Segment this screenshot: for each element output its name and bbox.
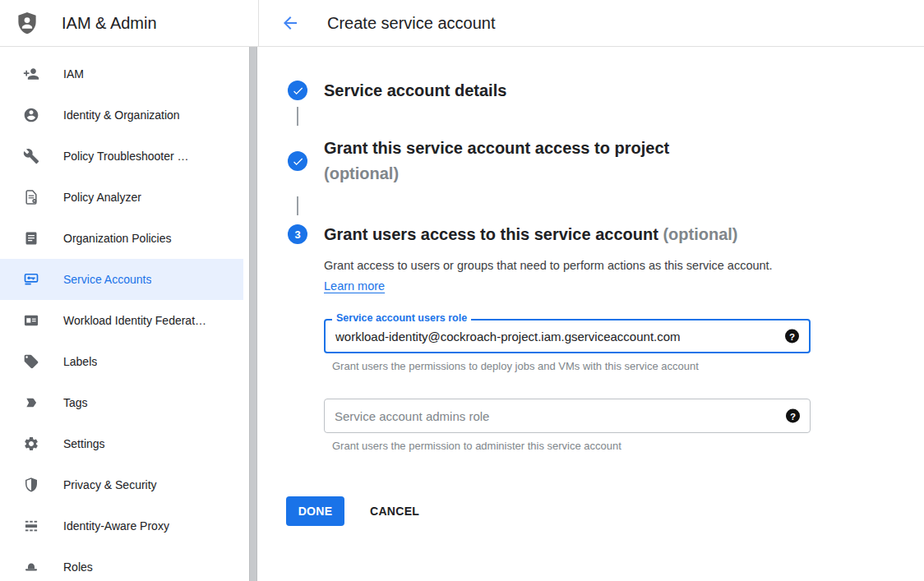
sidebar-item-label: Settings xyxy=(63,437,105,450)
step3-number-badge: 3 xyxy=(288,224,307,244)
step3-description: Grant access to users or groups that nee… xyxy=(324,256,781,297)
learn-more-link[interactable]: Learn more xyxy=(324,279,385,293)
sidebar-item-label: Roles xyxy=(63,560,93,574)
step2-title-text: Grant this service account access to pro… xyxy=(324,136,669,161)
step2-complete-badge xyxy=(288,151,307,171)
service-account-icon xyxy=(23,271,39,288)
person-add-icon xyxy=(23,66,39,82)
gcp-console-window: IAM & Admin Create service account IAM I… xyxy=(0,0,924,581)
service-account-users-role-field: Service account users role ? xyxy=(324,319,811,353)
label-tag-icon xyxy=(23,353,39,370)
identity-person-icon xyxy=(23,107,39,123)
create-service-account-form: Service account details Grant this servi… xyxy=(259,47,924,581)
hat-icon xyxy=(23,559,39,575)
page-title: Create service account xyxy=(327,14,496,33)
step-connector xyxy=(297,196,298,215)
sidebar-item-organization-policies[interactable]: Organization Policies xyxy=(0,218,243,259)
sidebar-item-label: Service Accounts xyxy=(63,273,151,286)
iam-shield-icon xyxy=(15,11,39,35)
sidebar-item-policy-analyzer[interactable]: Policy Analyzer xyxy=(0,177,243,218)
help-icon[interactable]: ? xyxy=(786,409,800,423)
step2-optional-label: (optional) xyxy=(324,161,669,187)
sidebar-item-workload-identity-federat[interactable]: Workload Identity Federat… xyxy=(0,300,243,341)
gear-icon xyxy=(23,436,39,452)
top-bar: IAM & Admin Create service account xyxy=(0,0,924,47)
app-title: IAM & Admin xyxy=(62,14,157,33)
sidebar-item-policy-troubleshooter[interactable]: Policy Troubleshooter … xyxy=(0,136,243,177)
step1-complete-badge xyxy=(288,81,307,100)
sidebar-item-label: Identity & Organization xyxy=(63,108,180,122)
sidebar-item-label: Organization Policies xyxy=(63,232,172,245)
step1-title: Service account details xyxy=(324,79,506,102)
step-connector xyxy=(297,107,298,126)
step3-title-text: Grant users access to this service accou… xyxy=(324,225,658,243)
step3-optional-label: (optional) xyxy=(663,225,737,243)
description-text: Grant access to users or groups that nee… xyxy=(324,259,773,272)
sidebar-item-label: IAM xyxy=(63,67,84,81)
check-icon xyxy=(292,155,304,168)
id-card-icon xyxy=(23,312,39,329)
policy-analyzer-icon xyxy=(23,189,39,205)
tag-arrow-icon xyxy=(23,394,39,411)
help-icon[interactable]: ? xyxy=(785,330,799,344)
sidebar-item-iam[interactable]: IAM xyxy=(0,53,243,95)
step3-title: Grant users access to this service accou… xyxy=(324,223,738,246)
sidebar-item-label: Tags xyxy=(63,396,88,409)
admins-role-helper-text: Grant users the permission to administer… xyxy=(332,440,621,452)
sidebar-item-label: Policy Analyzer xyxy=(63,191,141,204)
sidebar-scrollbar xyxy=(249,47,257,581)
sidebar-header: IAM & Admin xyxy=(0,0,259,46)
sidebar-item-labels[interactable]: Labels xyxy=(0,341,243,382)
sidebar-item-label: Privacy & Security xyxy=(63,478,157,491)
sidebar-item-label: Identity-Aware Proxy xyxy=(63,519,169,533)
sidebar-item-identity-aware-proxy[interactable]: Identity-Aware Proxy xyxy=(0,505,243,546)
cancel-button[interactable]: CANCEL xyxy=(357,496,432,526)
sidebar-item-privacy-security[interactable]: Privacy & Security xyxy=(0,464,243,505)
service-account-admins-role-field: ? xyxy=(324,399,811,433)
sidebar-item-tags[interactable]: Tags xyxy=(0,382,243,423)
sidebar-item-service-accounts[interactable]: Service Accounts xyxy=(0,259,243,300)
sidebar-item-label: Workload Identity Federat… xyxy=(63,314,206,327)
sidebar-nav: IAM Identity & Organization Policy Troub… xyxy=(0,47,243,581)
sidebar-item-label: Labels xyxy=(63,355,97,368)
step2-title: Grant this service account access to pro… xyxy=(324,136,669,187)
sidebar-item-roles[interactable]: Roles xyxy=(0,546,243,581)
done-button[interactable]: DONE xyxy=(286,496,344,526)
wrench-icon xyxy=(23,148,39,164)
admins-role-input[interactable] xyxy=(325,399,810,432)
back-arrow-icon xyxy=(280,13,300,33)
sidebar-item-label: Policy Troubleshooter … xyxy=(63,150,189,163)
document-list-icon xyxy=(23,230,39,247)
shield-half-icon xyxy=(23,477,39,493)
users-role-helper-text: Grant users the permissions to deploy jo… xyxy=(332,360,699,372)
check-icon xyxy=(292,85,304,97)
users-role-input[interactable] xyxy=(326,320,809,352)
step3-number: 3 xyxy=(294,228,300,241)
proxy-icon xyxy=(23,518,39,534)
sidebar-scrollbar-thumb[interactable] xyxy=(249,47,257,581)
sidebar-item-settings[interactable]: Settings xyxy=(0,423,243,464)
page-header: Create service account xyxy=(259,0,924,46)
back-button[interactable] xyxy=(280,13,300,33)
sidebar-item-identity-organization[interactable]: Identity & Organization xyxy=(0,95,243,136)
